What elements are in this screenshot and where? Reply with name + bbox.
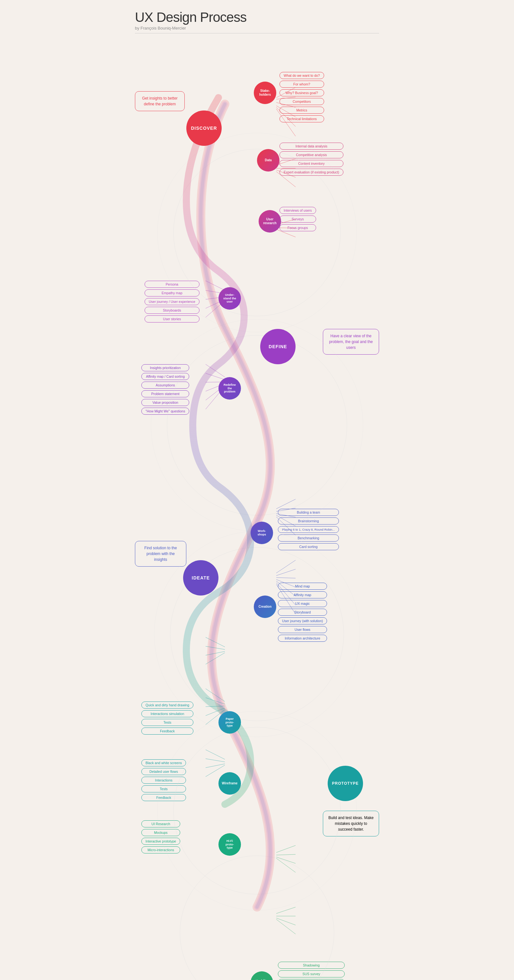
workshops-pill-2: Brainstorming <box>278 517 339 525</box>
wireframe-circle: Wireframe <box>218 772 241 795</box>
understand-pills: Persona Empathy map User journey / User … <box>145 281 199 323</box>
creation-pill-2: Affinity map <box>278 591 327 598</box>
page-title: UX Design Process by François Bouniq-Mer… <box>135 10 379 33</box>
usability-pill-1: Shadowing <box>278 962 345 969</box>
data-pill-4: Expert evaluation (if existing product) <box>280 169 344 176</box>
user-research-pill-1: Interviews of users <box>280 207 316 214</box>
data-pills: Internal data analysis Competitive analy… <box>280 143 344 176</box>
usability-pill-2: SUS survey <box>278 970 345 977</box>
discover-info-box: Get insights to better define the proble… <box>135 91 185 111</box>
prototype-description: Build and test ideas. Make mistakes quic… <box>328 816 374 832</box>
hifi-pill-2: Mockups <box>142 829 180 836</box>
workshops-pill-3: Playing 6 to 1, Crazy 8, Round Robin... <box>278 526 339 533</box>
data-pill-2: Competitive analysis <box>280 151 344 158</box>
stakeholders-pill-3: Why? Business goal? <box>280 89 324 96</box>
wireframe-pill-1: Black and white screens <box>142 759 186 767</box>
creation-circle: Creation <box>254 595 276 618</box>
evaluate-section: Does the solution answer the problem? EV… <box>135 933 379 980</box>
creation-pill-1: Mind map <box>278 583 327 590</box>
redefine-pill-5: Value proposition <box>142 399 189 406</box>
user-research-pill-3: Focus groups <box>280 224 316 231</box>
ideate-circle: IDEATE <box>183 560 218 595</box>
creation-label: Creation <box>259 605 272 609</box>
understand-label: Under-stand theuser <box>223 293 236 304</box>
redefine-pill-1: Insights prioritization <box>142 364 189 371</box>
redefine-pill-4: Problem statement <box>142 390 189 397</box>
user-research-pills: Interviews of users Surveys Focus groups <box>280 207 316 231</box>
wireframe-pill-5: Feedback <box>142 794 186 801</box>
hifi-label: Hi-Fiproto-type <box>226 839 234 850</box>
data-circle: Data <box>257 149 280 172</box>
define-section: Under-stand theuser Persona Empathy map … <box>135 271 379 470</box>
stakeholders-pills: What do we want to do? For whom? Why? Bu… <box>280 72 324 123</box>
workshops-pill-1: Building a team <box>278 509 339 516</box>
creation-pills: Mind map Affinity map UX magic Storyboar… <box>278 583 327 642</box>
workshops-pill-4: Benchmarking <box>278 535 339 542</box>
paper-pill-3: Tests <box>142 719 193 726</box>
stakeholders-label: Stake-holders <box>259 89 271 97</box>
paper-pill-2: Interactions simulation <box>142 710 193 717</box>
discover-section: Get insights to better define the proble… <box>135 40 379 265</box>
wireframe-label: Wireframe <box>222 781 238 785</box>
discover-description: Get insights to better define the proble… <box>142 96 178 106</box>
stakeholders-pill-4: Competitors <box>280 98 324 105</box>
creation-pill-5: User journey (with solution) <box>278 617 327 624</box>
creation-pill-3: UX magic <box>278 600 327 607</box>
user-research-circle: Userresearch <box>259 210 281 232</box>
hifi-pill-1: UI Research <box>142 820 180 827</box>
define-description: Have a clear view of the problem, the go… <box>329 334 372 350</box>
stakeholders-pill-2: For whom? <box>280 81 324 88</box>
understand-pill-1: Persona <box>145 281 199 288</box>
creation-pill-4: Storyboard <box>278 609 327 616</box>
paper-pill-1: Quick and dirty hand drawing <box>142 702 193 709</box>
usability-pills: Shadowing SUS survey Expert evaluation (… <box>278 962 345 980</box>
redefine-pill-6: "How Might We" questions <box>142 407 189 415</box>
hifi-pill-4: Micro-interactions <box>142 846 180 853</box>
workshops-pills: Building a team Brainstorming Playing 6 … <box>278 509 339 550</box>
author-subtitle: by François Bouniq-Mercier <box>135 26 379 30</box>
workshops-circle: Work-shops <box>251 522 273 544</box>
wireframe-pill-3: Interactions <box>142 777 186 784</box>
ideate-label: IDEATE <box>192 575 210 581</box>
define-label: DEFINE <box>269 344 287 349</box>
stakeholders-pill-5: Metrics <box>280 107 324 114</box>
wireframe-pill-4: Tests <box>142 785 186 792</box>
discover-label: DISCOVER <box>191 126 217 131</box>
data-pill-3: Content inventory <box>280 160 344 167</box>
paper-pill-4: Feedback <box>142 727 193 735</box>
ideate-section: Find solution to the problem with the in… <box>135 477 379 689</box>
main-title: UX Design Process <box>135 10 379 25</box>
wireframe-pill-2: Detailed user flows <box>142 768 186 775</box>
hifi-pills: UI Research Mockups Interactive prototyp… <box>142 820 180 853</box>
creation-pill-7: Information architecture <box>278 635 327 642</box>
user-research-pill-2: Surveys <box>280 216 316 223</box>
redefine-circle: Redefinetheproblem <box>218 377 241 399</box>
ideate-description: Find solution to the problem with the in… <box>144 546 177 562</box>
understand-pill-5: User stories <box>145 315 199 323</box>
redefine-pills: Insights prioritization Affinity map / C… <box>142 364 189 415</box>
data-pill-1: Internal data analysis <box>280 143 344 150</box>
workshops-label: Work-shops <box>258 529 266 536</box>
understand-circle: Under-stand theuser <box>218 287 241 310</box>
prototype-info-box: Build and test ideas. Make mistakes quic… <box>323 811 379 837</box>
stakeholders-circle: Stake-holders <box>254 81 276 104</box>
redefine-label: Redefinetheproblem <box>224 383 236 393</box>
hifi-pill-3: Interactive prototype <box>142 838 180 845</box>
paper-prototype-label: Paperproto-type <box>226 717 234 727</box>
discover-circle: DISCOVER <box>186 110 222 146</box>
user-research-label: Userresearch <box>263 218 277 225</box>
paper-pills: Quick and dirty hand drawing Interaction… <box>142 702 193 735</box>
redefine-pill-3: Assumptions <box>142 382 189 389</box>
creation-pill-6: User flows <box>278 626 327 633</box>
understand-pill-3: User journey / User experience <box>145 298 199 305</box>
stakeholders-pill-1: What do we want to do? <box>280 72 324 79</box>
ideate-info-box: Find solution to the problem with the in… <box>135 541 186 566</box>
redefine-pill-2: Affinity map / Card sorting <box>142 373 189 380</box>
data-label: Data <box>265 158 272 162</box>
wireframe-pills: Black and white screens Detailed user fl… <box>142 759 186 801</box>
define-info-box: Have a clear view of the problem, the go… <box>323 329 379 355</box>
hifi-circle: Hi-Fiproto-type <box>218 833 241 856</box>
ux-diagram: Get insights to better define the proble… <box>135 40 379 980</box>
prototype-label: PROTOTYPE <box>332 781 359 786</box>
prototype-circle: PROTOTYPE <box>328 766 363 801</box>
